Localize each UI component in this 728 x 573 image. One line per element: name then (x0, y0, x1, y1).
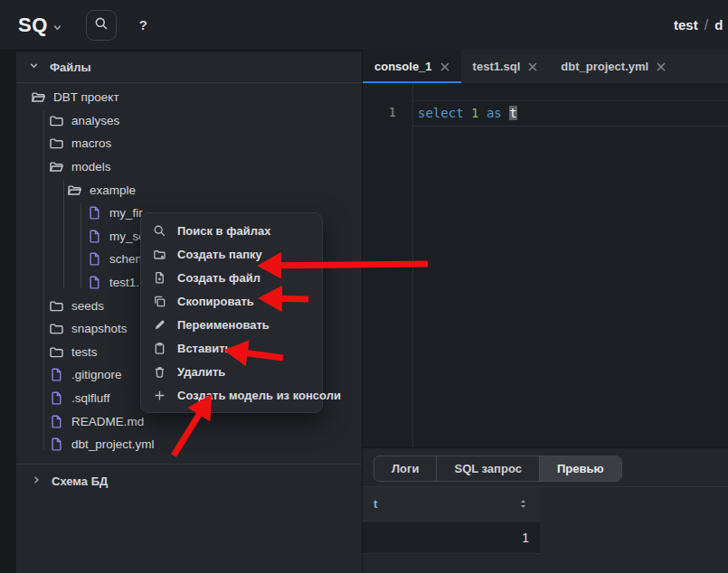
results-table: t1 (363, 487, 540, 554)
file-icon (87, 251, 102, 267)
file-icon (49, 414, 64, 429)
tree-item-label: dbt_project.yml (71, 437, 155, 451)
help-button[interactable]: ? (139, 17, 147, 33)
menu-item-label: Создать файл (177, 271, 260, 285)
breadcrumb: test / d (674, 0, 723, 50)
menu-item[interactable]: Удалить (141, 360, 322, 383)
results-tab[interactable]: Логи (374, 456, 437, 481)
breadcrumb-current[interactable]: d (714, 17, 723, 33)
editor-tab[interactable]: test1.sql (461, 50, 550, 83)
code-editor[interactable]: 1 select 1 as t (363, 83, 728, 447)
file-icon (49, 437, 64, 452)
editor-gutter: 1 (363, 83, 413, 447)
files-section-header[interactable]: Файлы (16, 52, 362, 83)
menu-item[interactable]: Создать модель из консоли (141, 383, 322, 407)
tree-item-folder-open[interactable]: DBT проект (16, 86, 362, 109)
search-icon (153, 223, 167, 238)
schema-section-header[interactable]: Схема БД (16, 464, 362, 498)
tree-item-label: .gitignore (71, 368, 122, 381)
main-area: console_1test1.sqldbt_project.yml 1 sele… (363, 50, 728, 573)
menu-item[interactable]: Поиск в файлах (141, 219, 322, 242)
menu-item[interactable]: Создать папку (141, 242, 322, 266)
results-tab[interactable]: Превью (540, 456, 621, 481)
editor-tab[interactable]: dbt_project.yml (549, 50, 677, 83)
tree-item-label: seeds (71, 299, 104, 313)
folder-icon (49, 136, 64, 151)
folder-icon (49, 113, 64, 128)
tree-indent (16, 374, 49, 375)
file-icon (87, 275, 102, 290)
tree-item-folder-open[interactable]: models (16, 155, 362, 179)
text-cursor: t (509, 106, 516, 120)
folder-open-icon (31, 89, 46, 105)
tree-indent (16, 328, 49, 329)
menu-item[interactable]: Переименовать (141, 313, 322, 336)
menu-item-label: Скопировать (177, 295, 254, 308)
app-logo[interactable]: SQ (18, 14, 48, 37)
tree-item-label: DBT проект (53, 90, 119, 104)
close-tab-icon[interactable] (528, 62, 537, 71)
pencil-icon (153, 317, 167, 332)
tree-item-label: my_fir (109, 206, 143, 220)
copy-icon (153, 294, 167, 308)
tab-label: console_1 (374, 60, 432, 73)
chevron-right-icon (31, 474, 42, 488)
tree-item-label: test1. (109, 276, 139, 289)
clipboard-icon (153, 341, 167, 355)
table-row[interactable]: 1 (363, 521, 540, 554)
menu-item-label: Переименовать (177, 318, 269, 332)
menu-item-label: Создать папку (177, 248, 262, 261)
table-column-header: t (373, 497, 517, 511)
tree-item-label: tests (71, 345, 98, 359)
context-menu: Поиск в файлахСоздать папкуСоздать файлС… (140, 212, 323, 413)
tree-item-folder[interactable]: macros (16, 132, 362, 155)
menu-item-label: Создать модель из консоли (177, 389, 341, 402)
folder-icon (49, 344, 64, 360)
file-icon (49, 390, 64, 406)
tree-indent (16, 398, 49, 399)
tree-item-folder[interactable]: analyses (16, 109, 362, 133)
line-number: 1 (389, 100, 396, 125)
menu-item[interactable]: Создать файл (141, 266, 322, 289)
menu-item[interactable]: Скопировать (141, 289, 322, 313)
menu-item-label: Поиск в файлах (177, 224, 271, 238)
tree-indent (16, 258, 87, 259)
chevron-down-icon (28, 60, 40, 74)
tree-item-file[interactable]: dbt_project.yml (16, 433, 362, 456)
code-token: select (418, 106, 464, 120)
file-plus-icon (153, 270, 167, 285)
results-panel: ЛогиSQL запросПревью t1 (363, 447, 728, 573)
tree-item-folder-open[interactable]: example (16, 178, 362, 202)
tab-label: dbt_project.yml (561, 60, 648, 73)
tree-indent (16, 236, 87, 237)
logo-chevron-down-icon[interactable] (52, 20, 62, 36)
folder-icon (49, 321, 64, 336)
tree-item-label: snapshots (71, 322, 128, 335)
tree-item-file[interactable]: README.md (16, 409, 362, 433)
tree-indent (16, 190, 67, 191)
editor-tab-bar: console_1test1.sqldbt_project.yml (363, 50, 728, 84)
editor-tab[interactable]: console_1 (363, 50, 461, 83)
tree-indent (16, 212, 87, 213)
code-token (478, 106, 486, 120)
code-token (464, 106, 471, 120)
menu-item[interactable]: Вставить (141, 336, 322, 360)
tree-item-label: .sqlfluff (71, 391, 110, 405)
breadcrumb-separator: / (704, 17, 708, 33)
tree-indent (16, 421, 49, 422)
tab-label: test1.sql (473, 60, 521, 73)
folder-plus-icon (153, 247, 167, 261)
code-line[interactable]: select 1 as t (413, 100, 728, 127)
tree-item-label: example (90, 183, 136, 197)
tree-indent (16, 444, 49, 445)
results-tab[interactable]: SQL запрос (437, 456, 539, 481)
code-token (502, 106, 509, 120)
tree-item-label: schen (109, 252, 142, 266)
close-tab-icon[interactable] (657, 62, 666, 71)
close-tab-icon[interactable] (440, 62, 449, 71)
tree-item-label: models (71, 160, 111, 174)
search-button[interactable] (86, 10, 117, 41)
sort-icon[interactable] (517, 498, 529, 510)
breadcrumb-project[interactable]: test (674, 17, 698, 33)
search-icon (94, 16, 109, 33)
